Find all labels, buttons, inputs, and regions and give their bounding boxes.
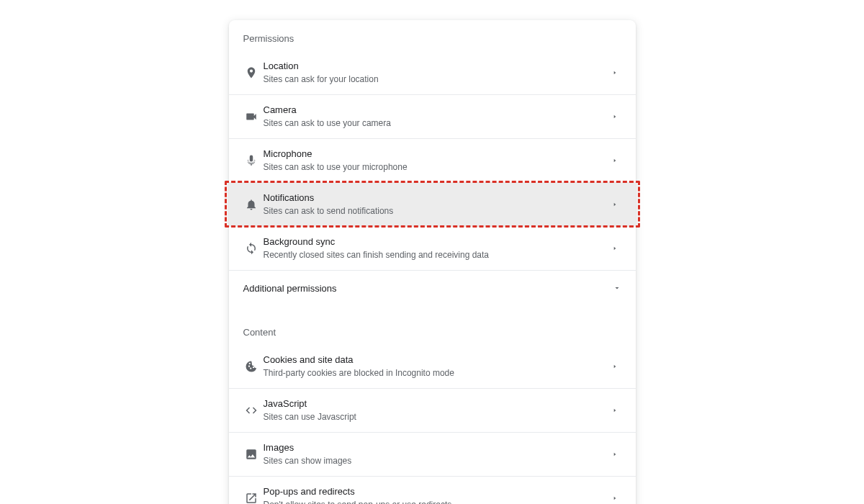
additional-permissions-toggle[interactable]: Additional permissions <box>229 271 636 307</box>
chevron-right-icon <box>608 364 621 369</box>
row-subtitle: Sites can ask to send notifications <box>264 205 608 217</box>
row-subtitle: Third-party cookies are blocked in Incog… <box>264 367 608 379</box>
row-subtitle: Sites can show images <box>264 455 608 467</box>
code-icon <box>239 404 264 417</box>
row-title: JavaScript <box>264 397 608 410</box>
chevron-right-icon <box>608 451 621 457</box>
row-location[interactable]: Location Sites can ask for your location <box>229 51 636 95</box>
image-icon <box>239 448 264 461</box>
additional-permissions-label: Additional permissions <box>243 283 613 294</box>
cookie-icon <box>239 360 264 373</box>
row-title: Camera <box>264 104 608 117</box>
row-title: Background sync <box>264 235 608 248</box>
row-camera[interactable]: Camera Sites can ask to use your camera <box>229 95 636 139</box>
row-title: Notifications <box>264 192 608 204</box>
row-subtitle: Don't allow sites to send pop-ups or use… <box>264 499 608 504</box>
row-images[interactable]: Images Sites can show images <box>229 433 636 477</box>
row-title: Microphone <box>264 148 608 161</box>
row-background-sync[interactable]: Background sync Recently closed sites ca… <box>229 227 636 271</box>
row-notifications[interactable]: Notifications Sites can ask to send noti… <box>229 183 636 227</box>
sync-icon <box>239 242 264 255</box>
row-subtitle: Recently closed sites can finish sending… <box>264 249 608 261</box>
row-subtitle: Sites can ask for your location <box>264 73 608 86</box>
chevron-right-icon <box>608 495 621 501</box>
row-subtitle: Sites can ask to use your camera <box>264 117 608 130</box>
chevron-right-icon <box>608 158 621 163</box>
chevron-right-icon <box>608 246 621 251</box>
row-title: Cookies and site data <box>264 354 608 366</box>
popup-icon <box>239 492 264 504</box>
location-icon <box>239 66 264 79</box>
row-cookies[interactable]: Cookies and site data Third-party cookie… <box>229 345 636 389</box>
bell-icon <box>239 198 264 211</box>
settings-card: Permissions Location Sites can ask for y… <box>229 20 636 504</box>
row-subtitle: Sites can use Javascript <box>264 411 608 423</box>
chevron-right-icon <box>608 202 621 207</box>
row-subtitle: Sites can ask to use your microphone <box>264 161 608 174</box>
row-microphone[interactable]: Microphone Sites can ask to use your mic… <box>229 139 636 183</box>
chevron-right-icon <box>608 114 621 120</box>
row-popups[interactable]: Pop-ups and redirects Don't allow sites … <box>229 477 636 504</box>
row-title: Pop-ups and redirects <box>264 485 608 498</box>
microphone-icon <box>239 154 264 167</box>
content-section-header: Content <box>229 307 636 345</box>
permissions-section-header: Permissions <box>229 20 636 51</box>
chevron-right-icon <box>608 70 621 76</box>
camera-icon <box>239 110 264 123</box>
row-title: Location <box>264 60 608 73</box>
row-javascript[interactable]: JavaScript Sites can use Javascript <box>229 389 636 433</box>
row-title: Images <box>264 441 608 454</box>
chevron-right-icon <box>608 408 621 413</box>
chevron-down-icon <box>613 282 621 295</box>
